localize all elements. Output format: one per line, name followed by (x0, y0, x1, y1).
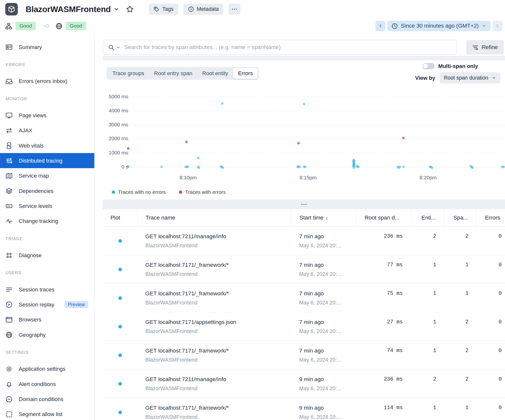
chart-point[interactable] (127, 147, 130, 150)
errors-cell: 0 (476, 398, 505, 420)
search-placeholder: Search for traces by span attributes... … (124, 44, 281, 51)
sidebar-item-web-vitals[interactable]: Web vitals (0, 138, 94, 153)
tag-icon (154, 6, 160, 12)
chart-point[interactable] (127, 166, 130, 168)
sidebar-item-geography[interactable]: Geography (0, 327, 94, 342)
sidebar-item-ajax[interactable]: AJAX (0, 123, 94, 138)
tab-root-entry-span[interactable]: Root entry span (149, 68, 197, 79)
sidebar-item-diagnose[interactable]: Diagnose (0, 248, 94, 263)
tags-button[interactable]: Tags (149, 4, 178, 15)
column-header-errors[interactable]: Errors (476, 209, 505, 226)
chart-point[interactable] (431, 167, 433, 169)
chart-point[interactable] (402, 137, 405, 139)
sidebar-item-page-views[interactable]: Page views (0, 108, 94, 123)
column-header-enti[interactable]: Enti... (411, 209, 444, 226)
chart-point[interactable] (221, 167, 224, 169)
tab-errors[interactable]: Errors (233, 68, 258, 79)
chart-point[interactable] (398, 166, 401, 168)
trace-dot-icon (118, 325, 122, 328)
trace-row[interactable]: GET localhost:7211/manage/infoBlazorWASM… (103, 227, 505, 255)
sidebar-item-browsers[interactable]: Browsers (0, 312, 94, 327)
trace-dot-icon (118, 239, 122, 243)
sidebar-item-service-levels[interactable]: Service levels (0, 198, 94, 213)
sidebar-item-application-settings[interactable]: Application settings (0, 361, 94, 376)
sidebar: SummaryERRORSErrors (errors inbox)MONITO… (0, 34, 95, 420)
chart-point[interactable] (357, 166, 360, 168)
trace-row[interactable]: GET localhost:7211/manage/infoBlazorWASM… (103, 370, 505, 398)
sidebar-item-service-map[interactable]: Service map (0, 168, 94, 183)
chart-point[interactable] (471, 167, 474, 169)
view-by-select[interactable]: Root span duration (439, 72, 500, 83)
y-axis-tick-label: 5000 ms (105, 94, 128, 100)
sidebar-item-distributed-tracing[interactable]: Distributed tracing (0, 153, 94, 168)
sidebar-item-domain-conditions[interactable]: Domain conditions (0, 391, 94, 406)
chart-point[interactable] (186, 166, 189, 168)
time-range-selector[interactable]: Since 30 minutes ago (GMT+2) (387, 21, 490, 31)
chevron-down-icon[interactable] (113, 6, 119, 12)
start-time-absolute: May 6, 2024 20:... (299, 414, 356, 420)
apm-app: BlazorWASMFrontend Tags Metadata Good Go… (0, 0, 505, 420)
sidebar-item-dependencies[interactable]: Dependencies (0, 183, 94, 198)
sidebar-item-session-replay[interactable]: Session replayPreview (0, 297, 94, 312)
spans-cell: 2 (444, 370, 476, 398)
ellipsis-icon (232, 6, 237, 12)
trace-dot-icon (118, 296, 122, 300)
chart-point[interactable] (160, 166, 163, 168)
start-time-absolute: May 6, 2024 20:... (299, 300, 356, 306)
search-scope-selector[interactable] (108, 44, 120, 50)
chart-point[interactable] (185, 141, 188, 143)
trace-row[interactable]: GET localhost:7171/appsettings.jsonBlazo… (103, 312, 505, 341)
tab-root-entity[interactable]: Root entity (197, 68, 233, 79)
chart-point[interactable] (402, 166, 405, 168)
sidebar-item-label: Diagnose (19, 252, 42, 258)
column-header-spa[interactable]: Spa... (444, 209, 476, 226)
column-header-plot[interactable]: Plot (103, 209, 137, 226)
sidebar-item-errors-errors-inbox[interactable]: Errors (errors inbox) (0, 74, 94, 89)
multi-span-toggle-label: Multi-span only (438, 63, 478, 69)
expand-chart-button[interactable] (299, 201, 309, 207)
sidebar-item-change-tracking[interactable]: Change tracking (0, 214, 94, 229)
sidebar-item-session-traces[interactable]: Session traces (0, 282, 94, 297)
chart-point[interactable] (352, 167, 355, 169)
chart-point[interactable] (303, 103, 306, 105)
sidebar-item-label: Dependencies (19, 188, 54, 194)
favorite-star-icon[interactable] (126, 5, 134, 13)
chart-point[interactable] (297, 142, 300, 145)
chart-point[interactable] (197, 157, 199, 159)
filter-plus-icon (472, 44, 478, 50)
browser-icon (6, 316, 13, 323)
metadata-button[interactable]: Metadata (183, 4, 223, 15)
trace-row[interactable]: GET localhost:7171/_framework/*BlazorWAS… (103, 341, 505, 370)
entities-cell: 1 (411, 312, 444, 341)
chevron-down-icon (116, 45, 120, 49)
more-options-button[interactable] (229, 4, 240, 15)
application-name[interactable]: BlazorWASMFrontend (26, 4, 111, 14)
app-logo[interactable] (5, 3, 18, 16)
sidebar-item-label: Errors (errors inbox) (19, 78, 67, 84)
chart-point[interactable] (221, 102, 224, 105)
chart-point[interactable] (304, 166, 307, 168)
column-header-root-span-d[interactable]: Root span d... (356, 209, 411, 226)
status-badge: Good (66, 22, 86, 30)
trace-row[interactable]: GET localhost:7171/_framework/*BlazorWAS… (103, 398, 505, 420)
sidebar-item-segment-allow-list[interactable]: Segment allow list (0, 407, 94, 420)
search-input[interactable]: Search for traces by span attributes... … (103, 40, 457, 55)
multi-span-toggle[interactable] (422, 63, 434, 69)
root-span-duration-cell: 236 ms (356, 227, 411, 255)
sidebar-item-alert-conditions[interactable]: Alert conditions (0, 376, 94, 391)
tab-trace-groups[interactable]: Trace groups (108, 68, 149, 79)
trace-row[interactable]: GET localhost:7171/_framework/*BlazorWAS… (103, 284, 505, 312)
sidebar-item-label: Change tracking (19, 218, 58, 224)
column-header-start-time[interactable]: Start time↓ (291, 209, 356, 226)
trace-row[interactable]: GET localhost:7171/_framework/*BlazorWAS… (103, 255, 505, 284)
entities-cell: 1 (411, 255, 444, 284)
section-divider (103, 56, 505, 61)
chart-point[interactable] (502, 166, 505, 168)
chart-point[interactable] (198, 167, 200, 169)
chart-point[interactable] (298, 166, 301, 168)
refine-button[interactable]: Refine (466, 40, 504, 55)
column-header-trace-name[interactable]: Trace name (137, 209, 290, 226)
time-next-button[interactable] (492, 21, 502, 31)
sidebar-item-summary[interactable]: Summary (0, 39, 94, 54)
time-prev-button[interactable] (376, 21, 385, 31)
